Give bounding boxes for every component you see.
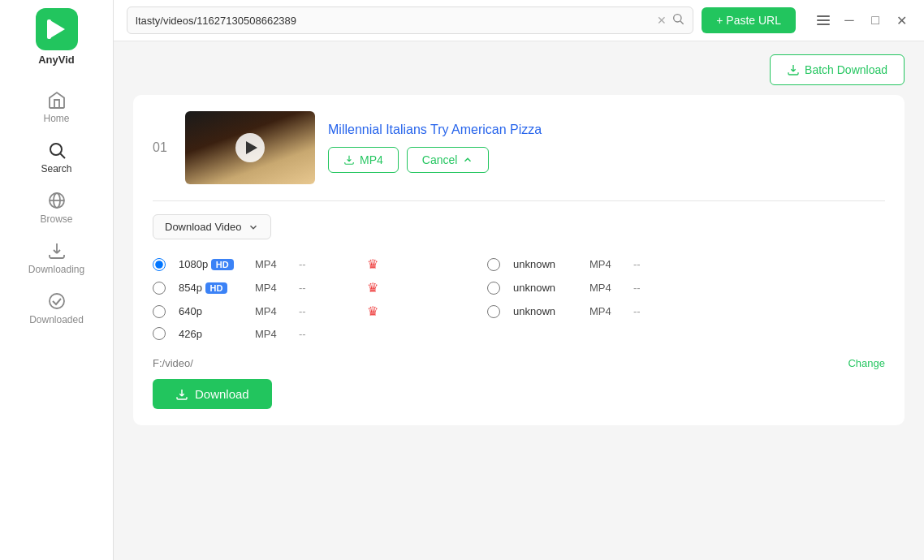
batch-btn-wrap: Batch Download bbox=[133, 54, 905, 85]
card-footer: F:/video/ Change bbox=[153, 357, 885, 369]
res-radio-unknown1[interactable] bbox=[487, 258, 500, 271]
paste-url-label: + Paste URL bbox=[716, 14, 781, 27]
window-controls: ─ □ ✕ bbox=[814, 11, 911, 30]
svg-rect-12 bbox=[817, 24, 830, 25]
table-row: 426p MP4 -- bbox=[153, 323, 885, 344]
mp4-button[interactable]: MP4 bbox=[328, 147, 399, 173]
mp4-download-icon bbox=[343, 154, 355, 166]
res-dash-unknown1: -- bbox=[633, 258, 698, 270]
topbar-search-icon bbox=[671, 12, 684, 25]
content-area: Batch Download 01 Millennial Italians Tr… bbox=[114, 41, 924, 560]
cancel-label: Cancel bbox=[422, 153, 458, 166]
cancel-button[interactable]: Cancel bbox=[407, 147, 490, 173]
download-dropdown[interactable]: Download Video bbox=[153, 214, 271, 239]
divider bbox=[153, 200, 885, 201]
res-dash-640p: -- bbox=[299, 305, 364, 317]
downloaded-icon bbox=[47, 291, 67, 311]
sidebar-item-downloading-label: Downloading bbox=[28, 264, 84, 275]
res-format-1080p: MP4 bbox=[255, 258, 296, 270]
res-dash-426p: -- bbox=[299, 328, 364, 340]
chevron-up-icon bbox=[462, 154, 473, 166]
res-format-unknown2: MP4 bbox=[589, 282, 630, 294]
sidebar-item-browse[interactable]: Browse bbox=[0, 183, 113, 233]
res-label-854p: 854p HD bbox=[179, 282, 252, 294]
hd-badge-1080p: HD bbox=[211, 259, 234, 270]
res-radio-unknown3[interactable] bbox=[487, 305, 500, 318]
crown-icon-854p: ♛ bbox=[367, 280, 416, 295]
svg-rect-10 bbox=[817, 15, 830, 17]
svg-rect-1 bbox=[47, 19, 51, 39]
maximize-button[interactable]: □ bbox=[866, 11, 885, 30]
svg-point-2 bbox=[50, 144, 62, 155]
res-format-unknown1: MP4 bbox=[589, 258, 630, 270]
topbar-search-button[interactable] bbox=[671, 12, 684, 28]
sidebar-item-home-label: Home bbox=[43, 113, 69, 124]
video-card: 01 Millennial Italians Try American Pizz… bbox=[133, 95, 905, 425]
svg-line-3 bbox=[60, 154, 65, 159]
resolution-table: 1080p HD MP4 -- ♛ unknown MP4 -- 854p HD… bbox=[153, 252, 885, 344]
paste-url-button[interactable]: + Paste URL bbox=[702, 7, 796, 33]
svg-line-9 bbox=[680, 21, 684, 24]
search-icon bbox=[47, 140, 67, 160]
res-format-854p: MP4 bbox=[255, 282, 296, 294]
res-dash-854p: -- bbox=[299, 282, 364, 294]
video-title-area: Millennial Italians Try American Pizza M… bbox=[328, 123, 885, 173]
res-format-426p: MP4 bbox=[255, 328, 296, 340]
res-dash-1080p: -- bbox=[299, 258, 364, 270]
sidebar-item-downloaded-label: Downloaded bbox=[29, 314, 84, 325]
home-icon bbox=[47, 90, 67, 110]
mp4-label: MP4 bbox=[360, 153, 383, 166]
hd-badge-854p: HD bbox=[205, 282, 228, 294]
play-button[interactable] bbox=[235, 133, 265, 162]
sidebar-item-search-label: Search bbox=[41, 163, 71, 174]
svg-point-7 bbox=[50, 294, 64, 308]
res-label-640p: 640p bbox=[179, 305, 252, 317]
downloading-icon bbox=[47, 241, 67, 261]
sidebar-item-home[interactable]: Home bbox=[0, 82, 113, 132]
res-radio-854p[interactable] bbox=[153, 282, 166, 295]
table-row: 640p MP4 -- ♛ unknown MP4 -- bbox=[153, 299, 885, 323]
table-row: 854p HD MP4 -- ♛ unknown MP4 -- bbox=[153, 276, 885, 299]
res-label-unknown2: unknown bbox=[513, 282, 586, 294]
res-radio-unknown2[interactable] bbox=[487, 282, 500, 295]
topbar: ✕ + Paste URL ─ □ ✕ bbox=[114, 0, 924, 41]
video-title: Millennial Italians Try American Pizza bbox=[328, 123, 885, 137]
res-radio-426p[interactable] bbox=[153, 327, 166, 340]
res-label-unknown1: unknown bbox=[513, 258, 586, 270]
svg-point-8 bbox=[674, 15, 681, 22]
res-label-1080p: 1080p HD bbox=[179, 258, 252, 270]
sidebar-item-downloading[interactable]: Downloading bbox=[0, 233, 113, 283]
crown-icon-640p: ♛ bbox=[367, 304, 416, 319]
res-radio-1080p[interactable] bbox=[153, 258, 166, 271]
res-dash-unknown2: -- bbox=[633, 282, 698, 294]
res-format-unknown3: MP4 bbox=[589, 305, 630, 317]
batch-download-label: Batch Download bbox=[805, 63, 887, 76]
url-input[interactable] bbox=[136, 15, 652, 27]
batch-download-button[interactable]: Batch Download bbox=[770, 54, 905, 85]
change-button[interactable]: Change bbox=[848, 357, 885, 369]
svg-rect-11 bbox=[817, 19, 830, 21]
close-button[interactable]: ✕ bbox=[892, 11, 911, 30]
video-header: 01 Millennial Italians Try American Pizz… bbox=[153, 111, 885, 184]
menu-button[interactable] bbox=[814, 11, 833, 30]
crown-icon-1080p: ♛ bbox=[367, 256, 416, 272]
thumb-image bbox=[185, 111, 315, 184]
folder-path: F:/video/ bbox=[153, 357, 193, 369]
res-radio-640p[interactable] bbox=[153, 305, 166, 318]
download-icon bbox=[175, 388, 188, 401]
res-label-426p: 426p bbox=[179, 328, 252, 340]
download-dropdown-wrap: Download Video bbox=[153, 214, 885, 239]
sidebar-item-search[interactable]: Search bbox=[0, 132, 113, 183]
url-clear-button[interactable]: ✕ bbox=[657, 15, 667, 26]
video-thumbnail[interactable] bbox=[185, 111, 315, 184]
minimize-button[interactable]: ─ bbox=[840, 11, 859, 30]
batch-download-icon bbox=[787, 63, 800, 76]
sidebar-item-downloaded[interactable]: Downloaded bbox=[0, 283, 113, 334]
sidebar: AnyVid Home Search Browse Downloading bbox=[0, 0, 114, 560]
download-button[interactable]: Download bbox=[153, 379, 272, 409]
sidebar-item-browse-label: Browse bbox=[40, 213, 72, 225]
res-format-640p: MP4 bbox=[255, 305, 296, 317]
url-input-wrap: ✕ bbox=[127, 6, 693, 34]
download-btn-label: Download bbox=[195, 387, 249, 401]
video-number: 01 bbox=[153, 140, 172, 155]
